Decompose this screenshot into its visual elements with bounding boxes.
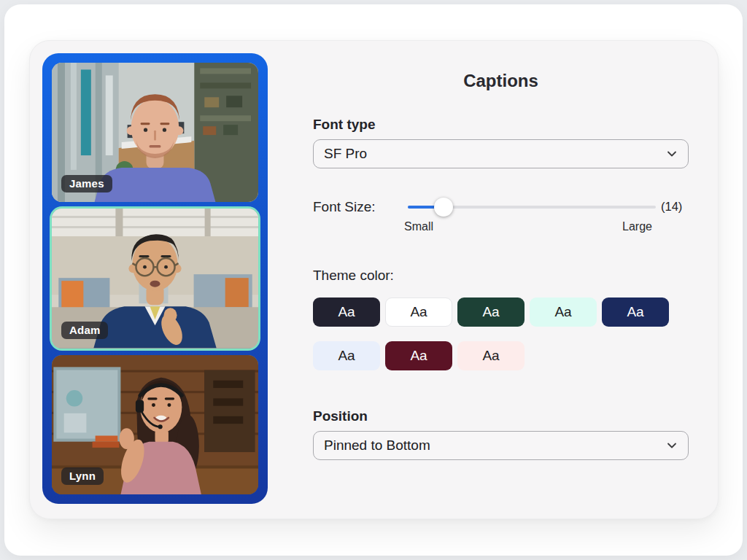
font-size-label: Font Size: (313, 199, 376, 215)
font-type-label: Font type (313, 117, 376, 133)
font-size-value: (14) (661, 200, 682, 214)
captions-settings: Captions Font type SF Pro Font Size: (14… (313, 41, 689, 518)
theme-swatch-pink[interactable]: Aa (457, 341, 525, 370)
participant-name-tag: Lynn (61, 467, 104, 485)
font-type-select[interactable]: SF Pro (313, 139, 689, 168)
theme-swatches-row-1: Aa Aa Aa Aa Aa (313, 298, 669, 327)
video-thumbnail-adam[interactable]: Adam (52, 209, 258, 348)
theme-swatch-mint[interactable]: Aa (530, 298, 597, 327)
slider-min-label: Small (404, 220, 433, 233)
slider-thumb[interactable] (434, 198, 453, 217)
video-thumbnail-lynn[interactable]: Lynn (52, 355, 258, 494)
theme-swatch-maroon[interactable]: Aa (385, 341, 452, 370)
position-select[interactable]: Pinned to Bottom (313, 431, 689, 460)
video-call-panel: James (42, 53, 268, 504)
slider-max-label: Large (622, 220, 688, 233)
theme-swatch-navy[interactable]: Aa (602, 298, 669, 327)
page-title: Captions (313, 71, 689, 91)
position-value: Pinned to Bottom (324, 438, 430, 454)
theme-swatch-white[interactable]: Aa (385, 298, 452, 327)
participant-name-tag: James (61, 175, 112, 192)
chevron-down-icon (666, 440, 678, 451)
theme-swatch-green[interactable]: Aa (457, 298, 525, 327)
position-label: Position (313, 408, 368, 424)
font-type-value: SF Pro (324, 146, 367, 162)
theme-swatch-dark[interactable]: Aa (313, 298, 380, 327)
chevron-down-icon (666, 148, 678, 160)
font-size-slider[interactable] (408, 206, 656, 209)
participant-name-tag: Adam (61, 322, 108, 339)
theme-swatch-lavender[interactable]: Aa (313, 341, 380, 370)
video-thumbnail-james[interactable]: James (52, 63, 258, 202)
theme-color-label: Theme color: (313, 268, 394, 284)
theme-swatches-row-2: Aa Aa Aa (313, 341, 525, 370)
captions-settings-card: James (29, 40, 719, 519)
